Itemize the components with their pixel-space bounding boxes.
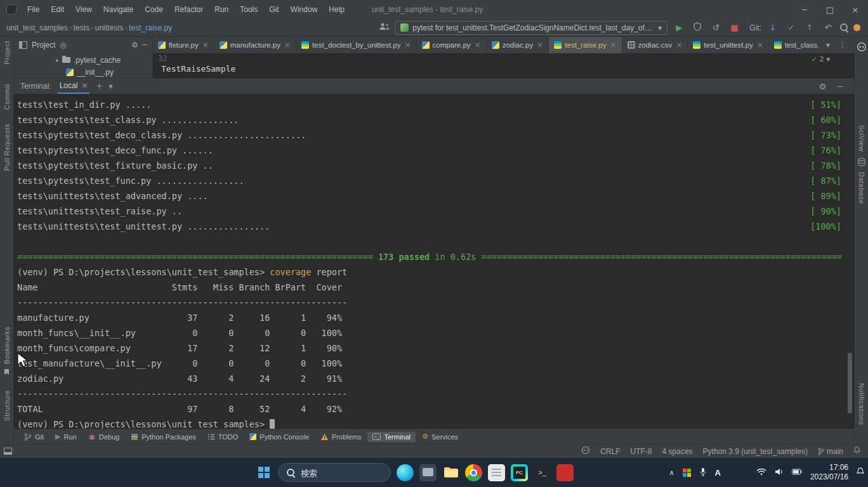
pycharm-icon[interactable] <box>511 464 528 481</box>
hide-terminal-icon[interactable]: ─ <box>838 82 843 91</box>
menu-help[interactable]: Help <box>323 5 350 14</box>
close-tab-icon[interactable]: × <box>475 41 481 49</box>
volume-icon[interactable] <box>775 468 784 477</box>
stop-button[interactable]: ■ <box>727 23 741 32</box>
close-tab-icon[interactable]: × <box>757 41 763 49</box>
close-tab-icon[interactable]: × <box>284 41 291 49</box>
close-tab-icon[interactable]: × <box>202 41 209 49</box>
menu-window[interactable]: Window <box>285 5 324 14</box>
menu-code[interactable]: Code <box>139 5 169 14</box>
sidebar-item-database[interactable]: Database <box>858 172 865 204</box>
close-terminal-tab-icon[interactable]: × <box>81 81 88 90</box>
tree-item[interactable]: __init__.py <box>14 66 152 78</box>
terminal-output[interactable]: tests\test_in_dir.py .....[ 51%]tests\py… <box>14 94 854 429</box>
close-tab-icon[interactable]: × <box>610 41 617 49</box>
tool-window-button-git[interactable]: Git <box>19 432 49 442</box>
close-tab-icon[interactable]: × <box>676 41 682 49</box>
notifications-dot-icon[interactable] <box>853 24 860 31</box>
microphone-icon[interactable] <box>699 467 707 478</box>
copilot-status-icon[interactable] <box>581 446 590 457</box>
project-settings-gear-icon[interactable]: ⚙ <box>131 41 138 49</box>
run-with-coverage-icon[interactable] <box>690 22 704 33</box>
sidebar-item-sciview[interactable]: SciView <box>858 125 865 152</box>
menu-tools[interactable]: Tools <box>234 5 263 14</box>
tool-window-button-services[interactable]: ⚙Services <box>417 431 463 442</box>
sidebar-item-bookmarks[interactable]: Bookmarks <box>3 327 11 365</box>
editor-tab[interactable]: compare.py× <box>417 37 487 53</box>
line-ending-indicator[interactable]: CRLF <box>600 447 620 456</box>
file-explorer-icon[interactable] <box>442 464 459 481</box>
terminal-settings-gear-icon[interactable]: ⚙ <box>819 82 827 91</box>
menu-navigate[interactable]: Navigate <box>98 5 139 14</box>
ime-indicator[interactable]: A <box>715 468 721 477</box>
tree-item[interactable]: ▸.pytest_cache <box>14 54 152 66</box>
tool-window-button-python-packages[interactable]: Python Packages <box>126 432 201 442</box>
users-icon[interactable] <box>379 22 390 33</box>
indent-indicator[interactable]: 4 spaces <box>662 447 693 456</box>
minimize-button[interactable]: ─ <box>792 0 817 19</box>
chrome-icon[interactable] <box>465 464 482 481</box>
git-branch-widget[interactable]: main <box>818 447 843 456</box>
virtual-desktop-icon[interactable] <box>419 464 437 481</box>
terminal-dropdown-icon[interactable]: ▾ <box>109 82 113 91</box>
sidebar-item-project[interactable]: Project <box>3 41 11 65</box>
menu-run[interactable]: Run <box>209 5 234 14</box>
sidebar-item-notifications[interactable]: Notifications <box>858 383 865 425</box>
tool-window-button-terminal[interactable]: Terminal <box>367 432 416 442</box>
interpreter-indicator[interactable]: Python 3.9 (unit_test_samples) <box>703 447 808 456</box>
copilot-icon[interactable] <box>857 42 867 54</box>
run-button[interactable]: ▶ <box>672 23 686 32</box>
tool-window-button-problems[interactable]: Problems <box>315 432 366 442</box>
search-everywhere-icon[interactable] <box>839 23 849 32</box>
terminal-scrollbar[interactable] <box>848 353 852 413</box>
bell-icon[interactable] <box>853 446 860 456</box>
red-app-icon[interactable] <box>556 464 574 481</box>
tabs-more-icon[interactable]: ⋮ <box>839 41 846 49</box>
tabs-dropdown-icon[interactable]: ▾ <box>826 41 830 49</box>
windows-terminal-icon[interactable] <box>534 464 551 481</box>
edge-icon[interactable] <box>397 464 414 481</box>
menu-edit[interactable]: Edit <box>45 5 70 14</box>
editor-tab[interactable]: test_raise.py× <box>549 37 622 53</box>
run-configuration-select[interactable]: pytest for test_unittest.TestGetZodiacSi… <box>395 21 667 35</box>
close-button[interactable]: × <box>843 0 868 19</box>
menu-git[interactable]: Git <box>263 5 284 14</box>
app-logo-icon[interactable] <box>6 4 16 15</box>
editor-tab[interactable]: test_unittest.py× <box>688 37 768 53</box>
hide-project-panel-icon[interactable]: ─ <box>143 41 147 49</box>
close-tab-icon[interactable]: × <box>537 41 543 49</box>
breadcrumb-item[interactable]: tests <box>74 23 89 32</box>
new-terminal-session-icon[interactable]: + <box>96 82 102 91</box>
breadcrumb-item[interactable]: unit_test_samples <box>6 23 68 32</box>
wifi-icon[interactable] <box>756 468 766 477</box>
editor-tab[interactable]: test_doctest_by_unittest.py× <box>296 37 416 53</box>
breadcrumb-item[interactable]: unittests <box>95 23 124 32</box>
tool-window-button-python-console[interactable]: Python Console <box>244 432 314 442</box>
menu-file[interactable]: File <box>22 5 45 14</box>
notes-app-icon[interactable] <box>488 464 505 481</box>
rerun-icon[interactable]: ↺ <box>709 23 723 32</box>
layout-widget-icon[interactable] <box>4 448 12 455</box>
push-icon[interactable]: ↑ <box>803 23 817 32</box>
locate-file-icon[interactable]: ◎ <box>60 41 66 49</box>
breadcrumb-item[interactable]: test_raise.py <box>129 23 172 32</box>
sidebar-item-commit[interactable]: Commit <box>3 84 11 110</box>
editor-tab[interactable]: zodiac.csv× <box>622 37 688 53</box>
encoding-indicator[interactable]: UTF-8 <box>631 447 652 456</box>
tool-window-button-run[interactable]: ▶Run <box>50 431 82 442</box>
battery-icon[interactable] <box>792 468 802 477</box>
close-tab-icon[interactable]: × <box>404 41 411 49</box>
expand-arrow-icon[interactable]: ▸ <box>56 56 59 63</box>
tool-window-button-todo[interactable]: TODO <box>202 432 244 442</box>
sidebar-item-structure[interactable]: Structure <box>3 390 11 421</box>
commit-icon[interactable]: ✓ <box>784 23 798 32</box>
inspection-widget[interactable]: ✓ 2 ▾ <box>812 55 830 63</box>
terminal-tab-local[interactable]: Local × <box>58 79 90 94</box>
editor-tab[interactable]: zodiac.py× <box>487 37 549 53</box>
tool-window-button-debug[interactable]: Debug <box>83 432 124 442</box>
sidebar-item-pull-requests[interactable]: Pull Requests <box>3 124 11 171</box>
editor-tab[interactable]: test_class.py× <box>769 37 819 53</box>
maximize-button[interactable]: □ <box>817 0 843 19</box>
widgets-icon[interactable] <box>683 469 691 477</box>
update-project-icon[interactable]: ↓ <box>766 23 780 32</box>
